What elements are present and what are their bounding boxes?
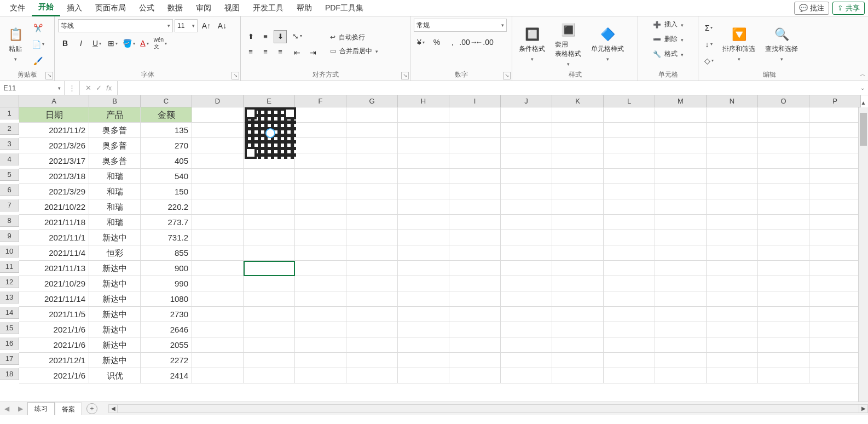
cell[interactable] — [552, 138, 604, 153]
cell[interactable]: 和瑞 — [89, 169, 141, 184]
cell[interactable] — [604, 123, 655, 138]
cell[interactable] — [707, 169, 758, 184]
cell[interactable] — [398, 153, 449, 169]
cell[interactable] — [346, 322, 398, 337]
number-launcher[interactable]: ↘ — [503, 72, 511, 79]
align-bottom-button[interactable]: ⬇ — [274, 30, 287, 43]
cell[interactable]: 2021/11/1 — [19, 230, 89, 245]
cell[interactable] — [244, 184, 295, 199]
cell[interactable] — [398, 276, 449, 291]
decrease-decimal-button[interactable]: ←.00 — [477, 35, 491, 49]
scroll-up-button[interactable]: ▲ — [859, 100, 868, 107]
cell[interactable] — [604, 138, 655, 153]
cell[interactable] — [655, 230, 707, 245]
cell[interactable] — [346, 169, 398, 184]
cell[interactable] — [346, 153, 398, 169]
cell[interactable] — [655, 123, 707, 138]
cell[interactable] — [552, 337, 604, 353]
cell[interactable] — [758, 123, 809, 138]
cell[interactable] — [552, 291, 604, 307]
cell[interactable]: 2021/3/18 — [19, 169, 89, 184]
cell[interactable] — [192, 138, 244, 153]
cell[interactable] — [655, 368, 707, 383]
column-header[interactable]: M — [655, 95, 707, 107]
cell[interactable] — [758, 215, 809, 230]
cell[interactable] — [501, 107, 552, 123]
select-all-corner[interactable] — [0, 95, 19, 107]
cell[interactable] — [655, 307, 707, 322]
cell[interactable] — [758, 199, 809, 215]
row-header[interactable]: 6 — [0, 184, 19, 196]
cell[interactable] — [398, 368, 449, 383]
column-header[interactable]: I — [449, 95, 501, 107]
increase-font-button[interactable]: A↑ — [199, 19, 213, 33]
cell[interactable] — [604, 199, 655, 215]
row-header[interactable]: 11 — [0, 261, 19, 273]
cell[interactable] — [707, 199, 758, 215]
cell[interactable] — [295, 169, 346, 184]
cell[interactable] — [192, 353, 244, 368]
cell[interactable]: 150 — [141, 184, 192, 199]
comma-format-button[interactable]: , — [445, 35, 460, 49]
cell[interactable] — [346, 368, 398, 383]
cell[interactable] — [707, 261, 758, 276]
align-left-button[interactable]: ≡ — [244, 45, 257, 59]
font-name-combo[interactable]: 等线▾ — [58, 19, 173, 32]
cell[interactable] — [758, 291, 809, 307]
cell[interactable] — [758, 261, 809, 276]
cell[interactable]: 奥多普 — [89, 123, 141, 138]
phonetic-button[interactable]: wén文 — [153, 36, 167, 50]
cell[interactable] — [655, 337, 707, 353]
cell[interactable] — [501, 230, 552, 245]
cell[interactable]: 恒彩 — [89, 245, 141, 261]
cell[interactable] — [552, 215, 604, 230]
cell[interactable] — [346, 261, 398, 276]
cell[interactable] — [346, 138, 398, 153]
cell[interactable] — [398, 261, 449, 276]
cell[interactable] — [346, 276, 398, 291]
cell[interactable] — [244, 307, 295, 322]
cell[interactable] — [244, 337, 295, 353]
column-header[interactable]: C — [141, 95, 192, 107]
cell[interactable] — [244, 169, 295, 184]
cell[interactable] — [295, 230, 346, 245]
cell[interactable] — [192, 337, 244, 353]
format-painter-button[interactable]: 🖌️ — [31, 54, 45, 68]
column-header[interactable]: H — [398, 95, 449, 107]
cell[interactable]: 和瑞 — [89, 215, 141, 230]
cell[interactable] — [604, 368, 655, 383]
cell[interactable] — [501, 353, 552, 368]
cell[interactable] — [655, 169, 707, 184]
cell[interactable] — [809, 184, 861, 199]
menu-review[interactable]: 审阅 — [189, 1, 218, 16]
cell[interactable] — [295, 138, 346, 153]
font-color-button[interactable]: A — [137, 36, 152, 50]
cell[interactable] — [655, 215, 707, 230]
cell[interactable] — [809, 199, 861, 215]
cell[interactable] — [398, 337, 449, 353]
column-header[interactable]: D — [192, 95, 244, 107]
hscroll-left[interactable]: ◀ — [109, 405, 118, 412]
cell[interactable] — [809, 245, 861, 261]
insert-cells-button[interactable]: ➕插入 — [651, 19, 686, 30]
sort-filter-button[interactable]: 🔽排序和筛选 — [719, 25, 759, 64]
cell[interactable]: 和瑞 — [89, 184, 141, 199]
increase-indent-button[interactable]: ⇥ — [306, 45, 320, 60]
cell[interactable] — [449, 215, 501, 230]
underline-button[interactable]: U — [90, 36, 104, 50]
cell[interactable] — [552, 199, 604, 215]
cell[interactable] — [707, 123, 758, 138]
row-header[interactable]: 14 — [0, 307, 19, 319]
cell[interactable]: 273.7 — [141, 215, 192, 230]
column-header[interactable]: O — [758, 95, 809, 107]
cell[interactable]: 990 — [141, 276, 192, 291]
cell[interactable]: 2021/3/29 — [19, 184, 89, 199]
cell[interactable] — [501, 169, 552, 184]
orientation-button[interactable]: ⤡ — [290, 29, 304, 43]
menu-help[interactable]: 帮助 — [290, 1, 319, 16]
autosum-button[interactable]: Σ — [702, 21, 716, 35]
cell[interactable] — [449, 107, 501, 123]
cell[interactable] — [809, 230, 861, 245]
cell[interactable] — [604, 245, 655, 261]
cell[interactable] — [552, 307, 604, 322]
